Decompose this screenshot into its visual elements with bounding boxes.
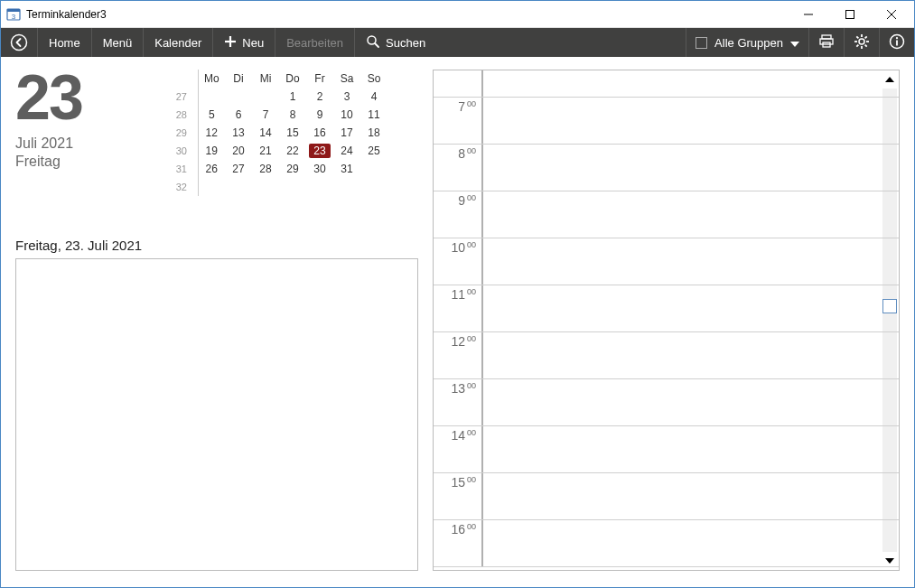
time-row[interactable]: 900	[434, 191, 899, 238]
time-row[interactable]: 1200	[434, 332, 899, 379]
calendar-button[interactable]: Kalender	[144, 28, 213, 57]
back-button[interactable]	[1, 28, 38, 57]
date-block: 23 Juli 2021 Freitag	[15, 70, 160, 196]
time-row[interactable]: 1400	[434, 426, 899, 473]
mini-cal-day[interactable]	[360, 160, 387, 178]
time-gutter: 1500	[434, 473, 483, 519]
month-year: Juli 2021	[15, 135, 160, 152]
day-timeline[interactable]: 7008009001000110012001300140015001600	[433, 70, 900, 571]
print-button[interactable]	[808, 28, 844, 57]
time-gutter: 1600	[434, 520, 483, 566]
mini-cal-day[interactable]: 5	[198, 106, 225, 124]
mini-cal-day[interactable]	[279, 178, 306, 196]
print-icon	[818, 33, 835, 52]
mini-cal-dow: Mo	[198, 70, 225, 88]
mini-cal-day[interactable]: 19	[198, 142, 225, 160]
mini-cal-day[interactable]: 7	[252, 106, 279, 124]
mini-cal-day[interactable]: 17	[333, 124, 360, 142]
time-row[interactable]: 800	[434, 145, 899, 191]
time-row[interactable]: 1500	[434, 473, 899, 520]
mini-cal-day[interactable]: 22	[279, 142, 306, 160]
mini-cal-day[interactable]: 10	[333, 106, 360, 124]
time-row[interactable]: 1300	[434, 379, 899, 426]
mini-cal-day[interactable]	[252, 88, 279, 106]
home-button[interactable]: Home	[38, 28, 92, 57]
groups-label: Alle Gruppen	[714, 36, 783, 50]
mini-cal-day[interactable]: 2	[306, 88, 333, 106]
mini-cal-day[interactable]: 8	[279, 106, 306, 124]
mini-cal-day[interactable]: 23	[306, 142, 333, 160]
edit-label: Bearbeiten	[286, 36, 343, 50]
groups-dropdown[interactable]: Alle Gruppen	[686, 28, 808, 57]
mini-calendar[interactable]: MoDiMiDoFrSaSo27123428567891011291213141…	[171, 70, 387, 196]
new-button[interactable]: Neu	[213, 28, 275, 57]
mini-cal-day[interactable]	[360, 178, 387, 196]
time-row[interactable]: 1000	[434, 238, 899, 285]
mini-cal-day[interactable]: 16	[306, 124, 333, 142]
time-gutter: 1100	[434, 285, 483, 331]
svg-line-11	[375, 43, 378, 47]
svg-line-20	[856, 36, 858, 38]
mini-cal-dow: Di	[225, 70, 252, 88]
mini-cal-day[interactable]: 30	[306, 160, 333, 178]
close-button[interactable]	[871, 1, 912, 28]
time-row[interactable]: 1600	[434, 520, 899, 567]
mini-cal-week-number: 27	[171, 88, 198, 106]
menu-label: Menü	[103, 36, 133, 50]
mini-cal-day[interactable]: 3	[333, 88, 360, 106]
mini-cal-day[interactable]: 21	[252, 142, 279, 160]
mini-cal-day[interactable]	[306, 178, 333, 196]
new-label: Neu	[242, 36, 264, 50]
day-heading: Freitag, 23. Juli 2021	[15, 238, 418, 253]
menu-button[interactable]: Menü	[92, 28, 145, 57]
mini-cal-day[interactable]: 9	[306, 106, 333, 124]
mini-cal-day[interactable]: 29	[279, 160, 306, 178]
mini-cal-day[interactable]	[252, 178, 279, 196]
mini-cal-day[interactable]	[198, 178, 225, 196]
mini-cal-day[interactable]	[225, 88, 252, 106]
plus-icon	[224, 35, 237, 51]
mini-cal-day[interactable]: 27	[225, 160, 252, 178]
mini-cal-day[interactable]: 11	[360, 106, 387, 124]
settings-button[interactable]	[844, 28, 879, 57]
minimize-button[interactable]	[788, 1, 829, 28]
time-row[interactable]: 1100	[434, 285, 899, 332]
mini-cal-day[interactable]: 14	[252, 124, 279, 142]
notes-area[interactable]	[15, 258, 418, 571]
home-label: Home	[49, 36, 80, 50]
window-title: Terminkalender3	[26, 8, 107, 21]
mini-cal-day[interactable]: 20	[225, 142, 252, 160]
mini-cal-day[interactable]	[198, 88, 225, 106]
mini-cal-day[interactable]: 13	[225, 124, 252, 142]
mini-cal-week-number: 31	[171, 160, 198, 178]
mini-cal-day[interactable]: 4	[360, 88, 387, 106]
mini-cal-day[interactable]: 12	[198, 124, 225, 142]
maximize-button[interactable]	[829, 1, 871, 28]
mini-cal-day[interactable]: 1	[279, 88, 306, 106]
mini-cal-day[interactable]: 18	[360, 124, 387, 142]
search-button[interactable]: Suchen	[355, 28, 436, 57]
time-gutter: 1400	[434, 426, 483, 472]
mini-cal-day[interactable]: 15	[279, 124, 306, 142]
chevron-down-icon	[790, 36, 799, 50]
checkbox-icon	[696, 37, 707, 49]
mini-cal-dow: Fr	[306, 70, 333, 88]
mini-cal-day[interactable]: 31	[333, 160, 360, 178]
mini-cal-day[interactable]: 28	[252, 160, 279, 178]
mini-cal-day[interactable]: 24	[333, 142, 360, 160]
info-button[interactable]	[879, 28, 914, 57]
mini-cal-week-number: 30	[171, 142, 198, 160]
mini-cal-day[interactable]	[333, 178, 360, 196]
big-day-number: 23	[15, 70, 160, 126]
svg-point-25	[896, 37, 898, 39]
mini-cal-day[interactable]	[225, 178, 252, 196]
svg-line-22	[856, 44, 858, 46]
mini-cal-day[interactable]: 25	[360, 142, 387, 160]
left-pane: 23 Juli 2021 Freitag MoDiMiDoFrSaSo27123…	[15, 70, 418, 571]
mini-cal-day[interactable]: 26	[198, 160, 225, 178]
mini-cal-week-number: 32	[171, 178, 198, 196]
mini-cal-day[interactable]: 6	[225, 106, 252, 124]
svg-point-7	[12, 35, 27, 51]
time-row[interactable]: 700	[434, 98, 899, 145]
search-icon	[366, 34, 380, 51]
